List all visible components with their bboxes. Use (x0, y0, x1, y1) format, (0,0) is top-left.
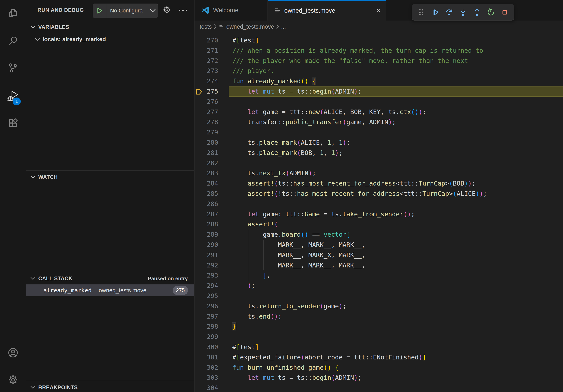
code-line-text[interactable]: ts.place_mark(BOB, 1, 1); (232, 148, 343, 158)
code-line[interactable]: 300#[test] (194, 342, 563, 352)
line-number[interactable]: 282 (194, 158, 218, 168)
code-line-text[interactable]: let mut ts = ts::begin(ADMIN); (232, 86, 362, 97)
line-number[interactable]: 283 (194, 168, 218, 178)
code-line[interactable]: 294 ); (194, 281, 563, 291)
tab-welcome[interactable]: Welcome (194, 0, 268, 21)
code-line[interactable]: 301#[expected_failure(abort_code = ttt::… (194, 352, 563, 363)
line-number[interactable]: 297 (194, 312, 218, 322)
code-line-text[interactable]: ); (232, 281, 255, 291)
line-number[interactable]: 286 (194, 199, 218, 209)
line-number[interactable]: 294 (194, 281, 218, 291)
line-number[interactable]: 304 (194, 383, 218, 392)
code-line-text[interactable]: ts.place_mark(ALICE, 1, 1); (232, 138, 350, 148)
code-line-text[interactable]: let mut ts = ts::begin(ADMIN); (232, 373, 362, 383)
tab-owned-tests[interactable]: owned_tests.move (268, 0, 386, 21)
section-variables[interactable]: VARIABLES (26, 22, 194, 32)
line-number[interactable]: 287 (194, 209, 218, 220)
code-line-text[interactable]: #[expected_failure(abort_code = ttt::ENo… (232, 352, 426, 363)
code-line-text[interactable]: fun already_marked() { (232, 76, 316, 86)
sidebar-item-source-control[interactable] (0, 57, 26, 79)
code-line[interactable]: 288 assert!( (194, 219, 563, 230)
code-line-text[interactable]: fun burn_unfinished_game() { (232, 363, 339, 373)
code-line[interactable]: 272/// the player who made the "false" m… (194, 56, 563, 66)
breadcrumb-item-symbol[interactable]: ... (281, 24, 286, 30)
code-line[interactable]: 279 (194, 127, 563, 138)
code-line-text[interactable]: } (232, 322, 236, 332)
code-area[interactable]: 270#[test]271/// When a position is alre… (194, 33, 563, 392)
code-line-text[interactable]: assert!( (232, 219, 278, 230)
line-number[interactable]: 293 (194, 270, 218, 281)
code-line[interactable]: 298} (194, 322, 563, 332)
line-number[interactable]: 278 (194, 117, 218, 127)
code-line[interactable]: 276 (194, 97, 563, 107)
line-number[interactable]: 281 (194, 148, 218, 158)
code-line-text[interactable]: assert!(ts::has_most_recent_for_address<… (232, 178, 476, 189)
code-line[interactable]: 285 assert!(!ts::has_most_recent_for_add… (194, 189, 563, 199)
line-number[interactable]: 276 (194, 97, 218, 107)
code-line[interactable]: 271/// When a position is already marked… (194, 46, 563, 56)
stop-button[interactable] (500, 6, 510, 19)
line-number[interactable]: 289 (194, 230, 218, 240)
code-line-text[interactable]: /// When a position is already marked, t… (232, 46, 483, 56)
breadcrumb-item-file[interactable]: owned_tests.move (226, 24, 274, 30)
code-line[interactable]: 284 assert!(ts::has_most_recent_for_addr… (194, 178, 563, 189)
restart-button[interactable] (486, 6, 496, 19)
code-line[interactable]: 304 (194, 383, 563, 392)
line-number[interactable]: 298 (194, 322, 218, 332)
line-number[interactable]: 290 (194, 240, 218, 250)
line-number[interactable]: 288 (194, 219, 218, 230)
code-line-text[interactable]: #[test] (232, 342, 259, 352)
debug-config-dropdown[interactable]: No Configura (93, 3, 158, 18)
line-number[interactable]: 301 (194, 352, 218, 363)
breadcrumb-item-tests[interactable]: tests (200, 24, 212, 30)
code-line-text[interactable]: assert!(!ts::has_most_recent_for_address… (232, 189, 487, 199)
section-call-stack[interactable]: CALL STACK Paused on entry (26, 273, 194, 284)
sidebar-item-extensions[interactable] (0, 113, 26, 134)
line-number[interactable]: 271 (194, 46, 218, 56)
code-line-text[interactable]: let game: ttt::Game = ts.take_from_sende… (232, 209, 415, 220)
variables-scope-locals[interactable]: locals: already_marked (26, 34, 194, 45)
line-number[interactable]: 295 (194, 291, 218, 301)
line-number[interactable]: 270 (194, 35, 218, 46)
code-line-text[interactable]: let game = ttt::new(ALICE, BOB, KEY, ts.… (232, 107, 426, 117)
code-line-text[interactable]: game.board() == vector[ (232, 230, 350, 240)
line-number[interactable]: 272 (194, 56, 218, 66)
code-line[interactable]: 277 let game = ttt::new(ALICE, BOB, KEY,… (194, 107, 563, 117)
code-line-text[interactable]: transfer::public_transfer(game, ADMIN); (232, 117, 396, 127)
sidebar-item-search[interactable] (0, 30, 26, 52)
code-line[interactable]: 299 (194, 332, 563, 342)
code-line[interactable]: 303 let mut ts = ts::begin(ADMIN); (194, 373, 563, 383)
line-number[interactable]: 291 (194, 250, 218, 260)
code-line[interactable]: 287 let game: ttt::Game = ts.take_from_s… (194, 209, 563, 220)
code-line[interactable]: 283 ts.next_tx(ADMIN); (194, 168, 563, 178)
section-watch[interactable]: WATCH (26, 172, 194, 182)
code-line[interactable]: 290 MARK__, MARK__, MARK__, (194, 240, 563, 250)
line-number[interactable]: 296 (194, 301, 218, 312)
code-line-text[interactable]: MARK__, MARK__, MARK__, (232, 260, 365, 271)
line-number[interactable]: 302 (194, 363, 218, 373)
drag-handle[interactable] (416, 6, 426, 19)
sidebar-item-explorer[interactable] (0, 3, 26, 25)
step-into-button[interactable] (458, 6, 468, 19)
code-line[interactable]: 289 game.board() == vector[ (194, 230, 563, 240)
code-line[interactable]: 295 (194, 291, 563, 301)
continue-button[interactable] (430, 6, 440, 19)
line-number[interactable]: 285 (194, 189, 218, 199)
line-number[interactable]: 279 (194, 127, 218, 138)
line-number[interactable]: 274 (194, 76, 218, 86)
code-line[interactable]: 275 let mut ts = ts::begin(ADMIN); (194, 86, 563, 97)
code-line[interactable]: 281 ts.place_mark(BOB, 1, 1); (194, 148, 563, 158)
line-number[interactable]: 280 (194, 138, 218, 148)
code-line[interactable]: 273/// player. (194, 66, 563, 76)
line-number[interactable]: 292 (194, 260, 218, 271)
code-line-text[interactable]: #[test] (232, 35, 259, 46)
code-line-text[interactable]: ts.next_tx(ADMIN); (232, 168, 316, 178)
code-line[interactable]: 270#[test] (194, 35, 563, 46)
code-line[interactable]: 302fun burn_unfinished_game() { (194, 363, 563, 373)
line-number[interactable]: 275 (194, 86, 218, 97)
code-line[interactable]: 296 ts.return_to_sender(game); (194, 301, 563, 312)
code-line[interactable]: 291 MARK__, MARK_X, MARK__, (194, 250, 563, 260)
debug-settings-button[interactable] (161, 4, 173, 17)
code-line-text[interactable]: ], (232, 270, 270, 281)
line-number[interactable]: 284 (194, 178, 218, 189)
